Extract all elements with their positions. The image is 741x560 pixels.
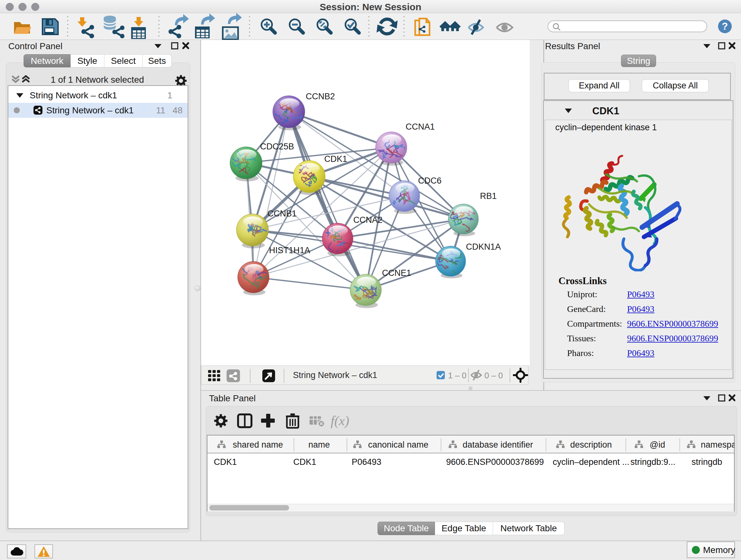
svg-text:RB1: RB1 [480,191,497,201]
svg-text:CCNA1: CCNA1 [406,122,435,132]
svg-text:CDC6: CDC6 [418,176,442,186]
svg-text:f(x): f(x) [331,414,349,428]
svg-text:CDKN1A: CDKN1A [466,242,501,252]
svg-text:CDC25B: CDC25B [260,142,294,151]
svg-text:CCNE1: CCNE1 [382,268,411,278]
svg-text:CCNB1: CCNB1 [267,209,297,219]
svg-text:CCNB2: CCNB2 [306,91,335,101]
svg-text:0 – 0: 0 – 0 [484,371,503,380]
svg-text:CCNA2: CCNA2 [353,215,383,225]
svg-text:1 – 0: 1 – 0 [448,371,467,380]
svg-text:HIST1H1A: HIST1H1A [269,246,310,255]
svg-text:CDK1: CDK1 [324,154,347,164]
